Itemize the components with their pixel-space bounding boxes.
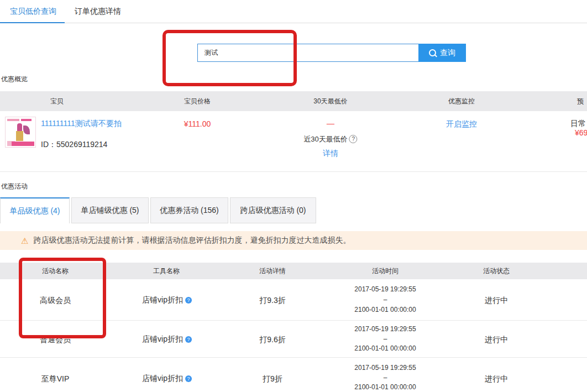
lipstick-art-text1	[7, 119, 19, 121]
activity-status: 进行中	[485, 296, 508, 305]
low-price-dash: —	[327, 119, 334, 128]
warning-icon: ⚠	[21, 237, 28, 245]
warning-text: 跨店级优惠活动无法提前计算，请根据活动信息评估折扣力度，避免折扣力度过大造成损失…	[33, 236, 350, 245]
activity-time-start: 2017-05-19 19:29:55	[354, 286, 416, 293]
activity-detail: 打9折	[263, 375, 282, 383]
tool-name-cell: 店铺vip折扣 ?	[142, 335, 192, 343]
product-image[interactable]	[5, 117, 36, 148]
activity-time-separator: –	[384, 336, 387, 343]
tab-shop-level-discount[interactable]: 单店铺级优惠 (5)	[71, 197, 149, 223]
overview-row-divider	[0, 171, 587, 172]
activity-time-end: 2100-01-01 00:00:00	[354, 384, 416, 391]
tab-item-level-discount[interactable]: 单品级优惠 (4)	[0, 197, 70, 223]
warning-banner: ⚠ 跨店级优惠活动无法提前计算，请根据活动信息评估折扣力度，避免折扣力度过大造成…	[0, 231, 587, 250]
overview-table-header: 宝贝 宝贝价格 30天最低价 优惠监控 预	[0, 91, 587, 111]
page: 宝贝低价查询 订单优惠详情 查询 优惠概览 宝贝 宝贝价格 30天最低价 优惠监…	[0, 0, 587, 392]
activity-name: 至尊VIP	[41, 375, 70, 383]
search-icon	[429, 49, 436, 56]
product-id: ID：550269119214	[41, 140, 107, 149]
help-icon[interactable]: ?	[349, 135, 358, 143]
col-header-30day-low: 30天最低价	[313, 91, 347, 111]
tab-lowprice-query[interactable]: 宝贝低价查询	[10, 7, 56, 17]
search-button[interactable]: 查询	[418, 44, 466, 62]
tool-name: 店铺vip折扣	[142, 374, 183, 383]
activity-detail: 打9.6折	[259, 336, 285, 344]
activity-detail: 打9.3折	[259, 296, 285, 305]
tool-name-cell: 店铺vip折扣 ?	[142, 296, 192, 304]
col-header-activity-time: 活动时间	[372, 263, 399, 279]
col-header-product-price: 宝贝价格	[184, 91, 211, 111]
product-price: ¥111.00	[184, 120, 211, 128]
section-title-activity: 优惠活动	[1, 182, 28, 191]
product-title-link[interactable]: 111111111测试请不要拍	[41, 119, 122, 128]
start-monitor-link[interactable]: 开启监控	[446, 120, 477, 128]
low30-row: 近30天最低价 ?	[303, 135, 357, 143]
tool-help-icon[interactable]: ?	[185, 375, 192, 382]
col-header-activity-status: 活动状态	[483, 263, 510, 279]
lipstick-art-swash	[23, 126, 30, 134]
tool-name: 店铺vip折扣	[142, 335, 183, 343]
daily-price: ¥69	[575, 129, 587, 137]
activity-status: 进行中	[485, 336, 508, 344]
lipstick-art-banner	[12, 142, 34, 146]
activity-time-start: 2017-05-19 19:29:55	[354, 364, 416, 372]
tool-help-icon[interactable]: ?	[185, 336, 192, 343]
activity-time-separator: –	[384, 296, 387, 304]
detail-link[interactable]: 详情	[323, 149, 338, 158]
activity-time-end: 2100-01-01 00:00:00	[354, 306, 416, 313]
tab-cross-shop-activity[interactable]: 跨店级优惠活动 (0)	[230, 197, 316, 223]
lipstick-art-text2	[21, 119, 32, 121]
col-header-product: 宝贝	[50, 91, 64, 111]
low30-label: 近30天最低价	[303, 135, 347, 143]
activity-row-divider	[0, 357, 587, 358]
tool-name-cell: 店铺vip折扣 ?	[142, 374, 192, 383]
col-header-preheat-truncated: 预	[577, 91, 584, 111]
activity-time-separator: –	[384, 374, 387, 381]
tab-order-discount-detail[interactable]: 订单优惠详情	[75, 7, 121, 17]
daily-label: 日常	[570, 119, 586, 128]
col-header-activity-detail: 活动详情	[259, 263, 286, 279]
activity-time-start: 2017-05-19 19:29:55	[354, 326, 416, 333]
col-header-tool-name: 工具名称	[153, 263, 180, 279]
tool-help-icon[interactable]: ?	[185, 297, 192, 304]
lipstick-art-bullet	[17, 123, 22, 132]
col-header-discount-monitor: 优惠监控	[448, 91, 475, 111]
activity-status: 进行中	[485, 375, 508, 383]
annotation-rect-activity-name	[19, 258, 106, 338]
lipstick-art-tube	[16, 131, 23, 141]
annotation-rect-search	[163, 30, 297, 86]
search-button-label: 查询	[440, 48, 455, 58]
tab-coupon-activity[interactable]: 优惠券活动 (156)	[150, 197, 228, 223]
activity-time-end: 2100-01-01 00:00:00	[354, 345, 416, 352]
tool-name: 店铺vip折扣	[142, 296, 183, 304]
active-tab-underline	[0, 22, 65, 23]
tabs-divider	[0, 23, 587, 23]
section-title-overview: 优惠概览	[1, 75, 28, 84]
